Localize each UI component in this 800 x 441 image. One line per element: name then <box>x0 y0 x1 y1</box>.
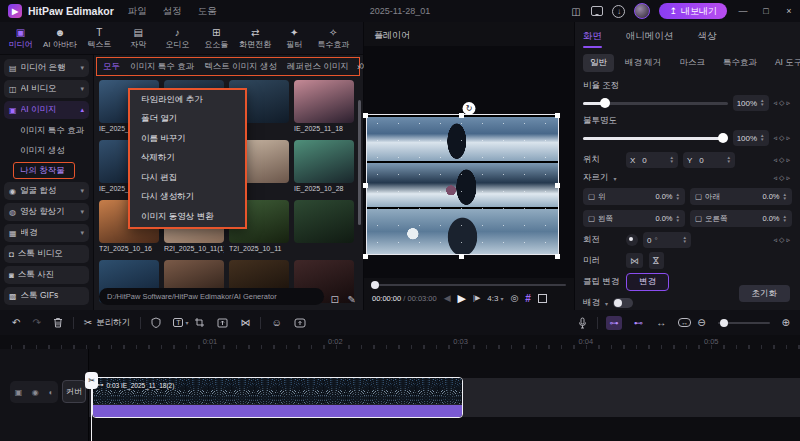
nav-tab-2[interactable]: T텍스트 <box>81 26 118 50</box>
asset-thumbnail[interactable] <box>294 80 354 123</box>
asset-thumbnail[interactable] <box>294 200 354 243</box>
inspector-subtab-1[interactable]: 배경 제거 <box>618 54 668 72</box>
edit-path-icon[interactable]: ✎ <box>348 294 356 305</box>
face-effect-icon[interactable]: ☺ <box>271 317 281 328</box>
delete-icon[interactable] <box>53 317 63 328</box>
menu-item-2[interactable]: 도움 <box>198 5 217 18</box>
inspector-subtab-4[interactable]: AI 도구 <box>768 54 800 72</box>
snapshot-icon[interactable]: ◎ <box>510 293 518 303</box>
crop-field-0[interactable]: ▢위0.0%▲▼ <box>583 188 685 205</box>
selection-handle[interactable] <box>363 254 368 259</box>
context-menu-item-5[interactable]: 다시 생성하기 <box>130 188 245 208</box>
scale-slider[interactable] <box>583 102 728 105</box>
inspector-subtab-3[interactable]: 특수효과 <box>716 54 764 72</box>
maximize-button[interactable]: □ <box>759 6 773 16</box>
user-avatar[interactable] <box>634 3 650 19</box>
timeline-clip[interactable]: ⊶0:03 IE_2025_11_18(2) <box>92 377 463 418</box>
close-button[interactable]: × <box>782 6 796 16</box>
nav-tab-3[interactable]: ▤자막 <box>120 26 157 50</box>
chevron-down-icon[interactable]: ▾ <box>605 300 608 307</box>
sidebar-subitem-5[interactable]: 나의 창작물 <box>13 162 75 179</box>
sidebar-item-6[interactable]: ◉얼굴 합성▾ <box>4 182 89 200</box>
opacity-keyframe[interactable]: ◃◇▹ <box>774 134 792 142</box>
fit-timeline-icon[interactable]: ↔ <box>678 318 691 327</box>
timeline-ruler[interactable]: 0:010:020:030:040:05 <box>0 335 800 349</box>
zoom-slider-knob[interactable] <box>720 319 728 327</box>
position-y-field[interactable]: Y0▲▼ <box>683 152 735 168</box>
scrubber-knob[interactable] <box>371 281 379 289</box>
cover-button[interactable]: 커버 <box>62 380 86 403</box>
inspector-tab-0[interactable]: 화면 <box>583 30 602 46</box>
flip-horizontal-icon[interactable]: ⋈ <box>626 253 643 268</box>
zoom-in-icon[interactable]: ⊕ <box>782 317 790 328</box>
sidebar-item-1[interactable]: ◫AI 비디오▾ <box>4 80 89 98</box>
playhead[interactable]: ✂ <box>91 374 92 441</box>
library-tab-3[interactable]: 레퍼런스 이미지 <box>287 61 349 73</box>
export-frame-icon[interactable] <box>217 317 228 328</box>
context-menu-item-4[interactable]: 다시 편집 <box>130 168 245 188</box>
track-visibility-icon[interactable]: ◉ <box>32 388 39 397</box>
stepper-icon[interactable]: ▲▼ <box>760 99 764 107</box>
selection-handle[interactable] <box>459 254 464 259</box>
undo-icon[interactable]: ↶ <box>12 317 20 328</box>
scale-keyframe[interactable]: ◃◇▹ <box>774 99 792 107</box>
library-tab-0[interactable]: 모두 <box>103 61 120 73</box>
stepper-icon[interactable]: ▲▼ <box>783 193 787 201</box>
track-lock-icon[interactable]: ▣ <box>15 388 23 397</box>
chevron-down-icon[interactable]: ▾ <box>614 175 617 182</box>
scale-slider-knob[interactable] <box>600 98 610 108</box>
nav-tab-6[interactable]: ⇄화면전환 <box>237 26 274 50</box>
stepper-icon[interactable]: ▲▼ <box>783 215 787 223</box>
selection-handle[interactable] <box>363 113 368 118</box>
redo-icon[interactable]: ↷ <box>32 317 40 328</box>
mirror-icon[interactable]: ⋈ <box>240 317 250 328</box>
preview-image[interactable] <box>366 114 559 255</box>
crop-icon[interactable] <box>194 317 205 328</box>
flip-vertical-icon[interactable]: ⋈ <box>649 252 664 269</box>
selection-handle[interactable] <box>363 183 368 188</box>
feedback-icon[interactable] <box>591 6 603 16</box>
rotate-keyframe[interactable]: ◃◇▹ <box>774 236 792 244</box>
aspect-ratio-select[interactable]: 4:3▾ <box>487 294 503 303</box>
enhance-icon[interactable] <box>294 318 306 328</box>
opacity-slider-knob[interactable] <box>718 133 728 143</box>
sidebar-subitem-4[interactable]: 이미지 생성 <box>4 142 89 159</box>
download-icon[interactable]: ↓ <box>612 5 625 18</box>
inspector-subtab-0[interactable]: 일반 <box>583 54 614 72</box>
scale-value[interactable]: 100%▲▼ <box>733 95 769 111</box>
safe-grid-icon[interactable]: # <box>525 293 531 304</box>
asset-thumbnail[interactable] <box>294 140 354 183</box>
fullscreen-icon[interactable] <box>538 294 547 303</box>
context-menu-item-1[interactable]: 폴더 열기 <box>130 110 245 130</box>
folder-open-icon[interactable]: ⊡ <box>331 294 339 305</box>
position-x-field[interactable]: X0▲▼ <box>626 152 678 168</box>
library-tab-1[interactable]: 이미지 특수 효과 <box>130 61 194 73</box>
split-icon[interactable]: ✂ <box>84 317 92 328</box>
stepper-icon[interactable]: ▲▼ <box>760 134 764 142</box>
nav-tab-1[interactable]: ☻AI 아바타 <box>41 26 79 50</box>
selection-handle[interactable] <box>555 183 560 188</box>
nav-tab-8[interactable]: ✧특수효과 <box>315 26 352 50</box>
selection-handle[interactable] <box>555 254 560 259</box>
text-tool-icon[interactable]: T <box>173 318 183 327</box>
menu-item-1[interactable]: 설정 <box>163 5 182 18</box>
opacity-slider[interactable] <box>583 137 728 140</box>
track-mute-icon[interactable]: ◐ <box>48 388 53 397</box>
sidebar-subitem-3[interactable]: 이미지 특수 효과 <box>4 122 89 139</box>
crop-keyframe[interactable]: ◃◇▹ <box>774 174 792 182</box>
preview-stage[interactable]: ↻ <box>364 46 574 278</box>
sidebar-item-11[interactable]: ▩스톡 GIFs <box>4 287 89 305</box>
asset-item[interactable]: IE_2025_11_18 <box>294 80 354 134</box>
prev-frame-icon[interactable]: ◀ <box>444 293 451 303</box>
player-scrubber[interactable] <box>372 284 566 286</box>
magnet-icon[interactable]: ⊶ <box>606 316 622 330</box>
opacity-value[interactable]: 100%▲▼ <box>733 130 769 146</box>
context-menu-item-6[interactable]: 이미지 동영상 변환 <box>130 207 245 227</box>
badge-icon[interactable] <box>151 317 161 328</box>
inspector-tab-2[interactable]: 색상 <box>698 30 717 46</box>
background-toggle[interactable] <box>613 298 633 308</box>
selection-handle[interactable] <box>459 113 464 118</box>
menu-item-0[interactable]: 파일 <box>128 5 147 18</box>
selection-handle[interactable] <box>555 113 560 118</box>
minimize-button[interactable]: — <box>736 6 750 16</box>
